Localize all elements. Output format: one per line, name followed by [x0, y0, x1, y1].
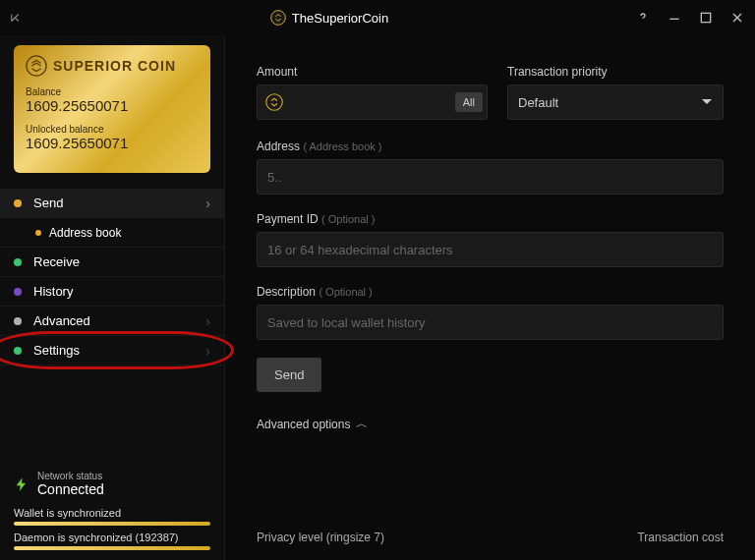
unlocked-value: 1609.25650071 — [26, 135, 199, 151]
address-label: Address ( Address book ) — [257, 140, 724, 153]
help-icon[interactable] — [635, 10, 651, 26]
daemon-sync-text: Daemon is synchronized (192387) — [14, 532, 210, 543]
svg-rect-2 — [701, 13, 710, 22]
minimize-icon[interactable] — [667, 10, 682, 26]
balance-label: Balance — [26, 86, 199, 97]
payment-id-label: Payment ID ( Optional ) — [257, 212, 724, 226]
nav-receive[interactable]: Receive — [0, 248, 224, 277]
amount-field[interactable]: All — [257, 84, 488, 120]
unlocked-label: Unlocked balance — [26, 124, 199, 135]
brand-name: SUPERIOR COIN — [53, 58, 176, 74]
app-title-text: TheSuperiorCoin — [292, 11, 388, 26]
amount-label: Amount — [257, 65, 488, 79]
amount-input[interactable] — [283, 95, 455, 110]
daemon-sync-bar — [14, 546, 210, 550]
chevron-up-icon: ︿ — [356, 416, 368, 432]
nav-send[interactable]: Send › — [0, 189, 224, 218]
wallet-sync-bar — [14, 522, 210, 526]
svg-point-5 — [27, 56, 46, 76]
priority-select[interactable]: Default — [507, 84, 724, 120]
close-icon[interactable] — [729, 10, 745, 26]
svg-point-0 — [271, 11, 286, 26]
balance-value: 1609.25650071 — [26, 97, 199, 114]
transaction-cost-text: Transaction cost — [637, 531, 724, 544]
nav-address-book[interactable]: Address book — [0, 218, 224, 248]
nav-history-label: History — [33, 284, 73, 299]
maximize-icon[interactable] — [698, 10, 714, 26]
coin-icon — [265, 93, 283, 111]
send-button[interactable]: Send — [257, 358, 321, 392]
history-bullet-icon — [14, 288, 22, 296]
nav-settings[interactable]: Settings › — [0, 336, 224, 365]
description-input[interactable] — [257, 305, 724, 340]
nav-settings-label: Settings — [33, 343, 80, 358]
chevron-right-icon: › — [205, 313, 210, 329]
address-bullet-icon — [35, 230, 41, 236]
all-button[interactable]: All — [455, 92, 483, 112]
receive-bullet-icon — [14, 258, 22, 266]
address-book-link[interactable]: ( Address book ) — [303, 140, 381, 152]
nav-advanced[interactable]: Advanced › — [0, 307, 224, 336]
send-bullet-icon — [14, 199, 22, 207]
network-status-value: Connected — [37, 481, 104, 497]
advanced-bullet-icon — [14, 317, 22, 325]
network-status-label: Network status — [37, 471, 104, 481]
settings-bullet-icon — [14, 347, 22, 355]
app-logo-icon — [270, 10, 286, 26]
priority-label: Transaction priority — [507, 65, 724, 79]
bolt-icon — [14, 475, 29, 494]
svg-point-6 — [266, 94, 283, 111]
nav-history[interactable]: History — [0, 277, 224, 307]
app-title: TheSuperiorCoin — [24, 10, 635, 26]
description-label: Description ( Optional ) — [257, 285, 724, 299]
payment-id-input[interactable] — [257, 232, 724, 267]
privacy-level-text: Privacy level (ringsize 7) — [257, 531, 384, 544]
brand-logo-icon — [26, 55, 47, 77]
wallet-sync-text: Wallet is synchronized — [14, 507, 210, 519]
nav-receive-label: Receive — [33, 254, 80, 269]
nav-send-label: Send — [33, 196, 63, 210]
chevron-right-icon: › — [205, 196, 210, 211]
advanced-options-toggle[interactable]: Advanced options ︿ — [257, 416, 724, 432]
address-input[interactable] — [257, 159, 724, 195]
nav-advanced-label: Advanced — [33, 313, 90, 328]
nav-address-label: Address book — [49, 226, 121, 240]
balance-card: SUPERIOR COIN Balance 1609.25650071 Unlo… — [14, 45, 210, 173]
chevron-right-icon: › — [205, 343, 210, 359]
back-arrow-icon[interactable] — [10, 11, 24, 25]
